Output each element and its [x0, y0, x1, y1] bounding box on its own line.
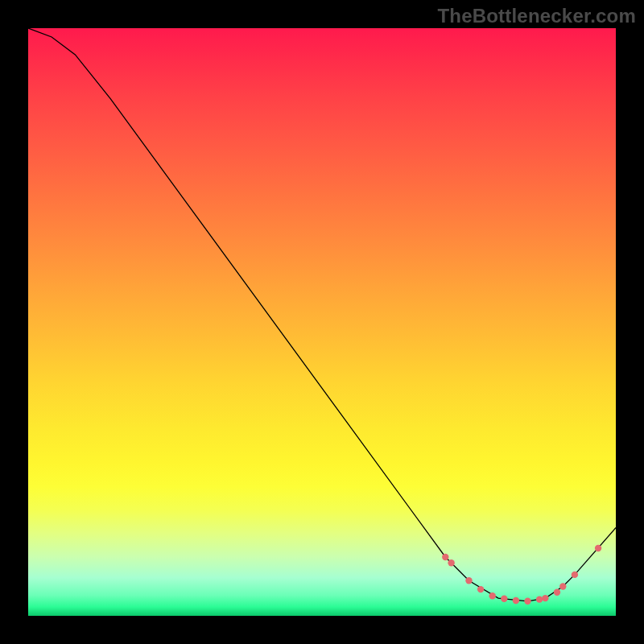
marker-dot	[572, 572, 578, 578]
marker-dot	[595, 545, 601, 551]
marker-dot	[559, 583, 566, 589]
main-curve	[28, 28, 616, 601]
marker-dot	[513, 597, 519, 604]
marker-dot	[448, 559, 454, 566]
curve-layer	[28, 28, 616, 616]
marker-dot	[489, 592, 496, 599]
watermark-text: TheBottlenecker.com	[437, 5, 636, 27]
marker-dot	[465, 577, 472, 584]
marker-dots	[442, 545, 601, 605]
plot-area	[28, 28, 616, 616]
marker-dot	[501, 596, 507, 602]
marker-dot	[536, 596, 543, 602]
marker-dot	[554, 589, 560, 596]
marker-dot	[477, 586, 484, 592]
marker-dot	[542, 595, 548, 601]
marker-dot	[524, 598, 530, 605]
chart-frame: TheBottlenecker.com	[0, 0, 644, 644]
marker-dot	[442, 554, 448, 560]
